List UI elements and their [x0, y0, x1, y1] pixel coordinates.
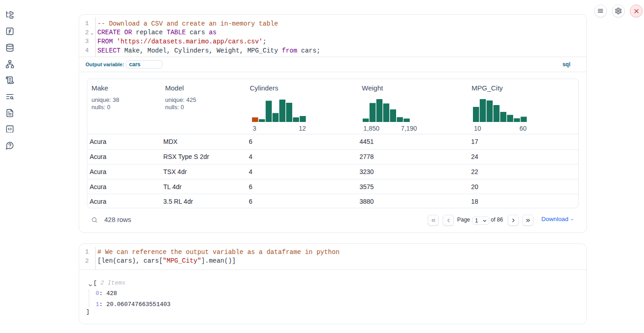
svg-text:12: 12: [299, 125, 306, 132]
svg-text:1,850: 1,850: [363, 125, 379, 132]
svg-text:7,190: 7,190: [401, 125, 417, 132]
svg-text:10: 10: [474, 125, 481, 132]
svg-text:60: 60: [520, 125, 527, 132]
svg-text:3: 3: [253, 125, 257, 132]
